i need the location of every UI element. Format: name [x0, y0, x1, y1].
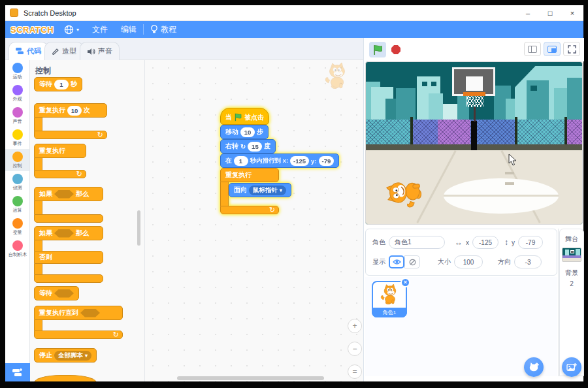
sprite-card-selected[interactable]: 角色1 × — [372, 281, 407, 317]
green-flag-icon — [234, 113, 242, 121]
tab-costumes[interactable]: 造型 — [44, 42, 84, 60]
palette-block-clone-hat-partial[interactable] — [34, 375, 97, 381]
number-input[interactable]: -125 — [290, 156, 309, 166]
category-operators[interactable]: 运算 — [5, 193, 29, 216]
palette-block-wait-until[interactable]: 等待 — [34, 286, 79, 300]
zoom-reset-button[interactable]: = — [348, 364, 362, 379]
turn-clockwise-icon: ↻ — [240, 143, 246, 150]
palette-block-forever[interactable]: 重复执行 ↻ — [34, 144, 86, 178]
add-backdrop-button[interactable] — [562, 357, 581, 377]
sprite-info-panel: 角色 角色1 ↔ x -125 ↕ y -79 显示 — [365, 229, 557, 276]
stage[interactable] — [365, 61, 583, 225]
show-sprite-button[interactable] — [389, 255, 404, 268]
variables-color-dot — [12, 218, 23, 229]
running-script[interactable]: 当 被点击 移动10步 右转↻15度 在1秒内滑行到 x:-125y:-79 — [220, 108, 351, 219]
number-input[interactable]: 15 — [248, 142, 262, 152]
stop-option-dropdown[interactable]: 全部脚本▾ — [54, 351, 91, 361]
x-label: x — [466, 239, 469, 246]
palette-scrollbar[interactable] — [137, 210, 140, 246]
category-control[interactable]: 控制 — [5, 149, 29, 171]
category-looks[interactable]: 外观 — [5, 82, 29, 105]
script-block-turn-right[interactable]: 右转↻15度 — [220, 139, 276, 154]
window-title: Scratch Desktop — [24, 9, 76, 17]
court-dash — [505, 172, 514, 174]
y-position-input[interactable]: -79 — [518, 236, 543, 249]
boolean-slot[interactable] — [54, 229, 74, 238]
direction-input[interactable]: -3 — [514, 255, 542, 268]
category-variables[interactable]: 变量 — [5, 216, 29, 238]
green-flag-button[interactable] — [369, 42, 386, 57]
backdrop-count: 2 — [560, 280, 583, 287]
loop-arrow-icon: ↻ — [76, 170, 82, 178]
cat-thumbnail — [379, 284, 401, 306]
category-motion[interactable]: 运动 — [5, 60, 29, 82]
palette-block-repeat-until[interactable]: 重复执行直到 ↻ — [34, 306, 123, 339]
control-color-dot — [12, 152, 23, 162]
block-categories: 运动 外观 声音 事件 控制 — [5, 60, 30, 381]
maximize-button[interactable]: □ — [539, 5, 561, 21]
boolean-slot[interactable] — [80, 309, 100, 317]
script-block-move[interactable]: 移动10步 — [220, 125, 269, 139]
fullscreen-button[interactable] — [563, 42, 580, 56]
menu-edit[interactable]: 编辑 — [114, 21, 143, 38]
category-myblocks[interactable]: 自制积木 — [5, 238, 29, 260]
cat-sprite[interactable] — [385, 172, 427, 213]
court-dash — [505, 182, 514, 185]
small-stage-button[interactable] — [524, 42, 541, 56]
palette-block-repeat[interactable]: 重复执行10次 ↻ — [34, 103, 107, 139]
language-selector[interactable]: ▾ — [57, 21, 86, 38]
palette-block-wait[interactable]: 等待1秒 — [34, 77, 82, 91]
tab-sounds[interactable]: 声音 — [80, 42, 120, 60]
building-window — [422, 82, 427, 86]
zoom-in-button[interactable]: + — [348, 319, 362, 333]
scratch-logo: SCRATCH — [10, 25, 54, 35]
building — [396, 88, 416, 120]
point-target-dropdown[interactable]: 鼠标指针▾ — [249, 186, 286, 195]
zoom-out-button[interactable]: − — [348, 342, 362, 356]
hide-sprite-button[interactable] — [404, 255, 420, 268]
number-input[interactable]: 10 — [67, 106, 82, 116]
large-stage-button[interactable] — [544, 42, 561, 56]
script-block-point-towards[interactable]: 面向 鼠标指针▾ — [229, 183, 291, 197]
add-sprite-button[interactable] — [524, 357, 544, 377]
close-button[interactable]: × — [561, 5, 583, 21]
script-block-glide[interactable]: 在1秒内滑行到 x:-125y:-79 — [220, 154, 339, 168]
script-area[interactable]: 当 被点击 移动10步 右转↻15度 在1秒内滑行到 x:-125y:-79 — [145, 60, 363, 381]
menu-file[interactable]: 文件 — [86, 21, 114, 38]
script-block-when-flag-clicked[interactable]: 当 被点击 — [220, 108, 269, 125]
hoop-net — [466, 96, 483, 107]
category-events[interactable]: 事件 — [5, 127, 29, 149]
loop-arrow-icon: ↻ — [269, 206, 275, 214]
building — [567, 78, 583, 120]
category-sensing[interactable]: 侦测 — [5, 171, 29, 193]
tab-row: 代码 造型 声音 — [5, 38, 363, 60]
stop-button[interactable] — [387, 42, 404, 57]
minimize-button[interactable]: – — [517, 5, 539, 21]
script-horizontal-scrollbar[interactable] — [177, 376, 324, 380]
number-input[interactable]: -79 — [319, 156, 335, 166]
looks-color-dot — [12, 85, 23, 95]
tab-code[interactable]: 代码 — [8, 42, 48, 60]
backdrop-thumbnail[interactable] — [562, 248, 581, 262]
boolean-slot[interactable] — [54, 190, 74, 199]
stage-backdrop-panel[interactable]: 舞台 背景 2 — [559, 229, 584, 376]
block-palette: 控制 等待1秒 重复执行10次 ↻ 重复执行 ↻ 如果那么 — [30, 60, 145, 381]
chevron-down-icon: ▾ — [85, 353, 88, 359]
category-sound[interactable]: 声音 — [5, 105, 29, 127]
delete-sprite-badge[interactable]: × — [400, 278, 410, 287]
sprite-name-input[interactable]: 角色1 — [389, 236, 445, 249]
number-input[interactable]: 1 — [54, 80, 69, 89]
menu-tutorials[interactable]: 教程 — [144, 21, 183, 38]
boolean-slot[interactable] — [54, 289, 74, 298]
stage-controls — [364, 38, 584, 61]
palette-block-if-else[interactable]: 如果那么 否则 — [34, 226, 103, 283]
add-extension-button[interactable] — [5, 363, 30, 381]
x-position-input[interactable]: -125 — [472, 236, 498, 249]
number-input[interactable]: 1 — [234, 156, 248, 166]
number-input[interactable]: 10 — [240, 127, 255, 137]
palette-block-stop[interactable]: 停止 全部脚本▾ — [34, 348, 97, 363]
fence-post — [564, 117, 567, 146]
palette-block-if[interactable]: 如果那么 — [34, 187, 103, 223]
sprite-card-name: 角色1 — [372, 308, 407, 317]
size-input[interactable]: 100 — [454, 255, 483, 268]
